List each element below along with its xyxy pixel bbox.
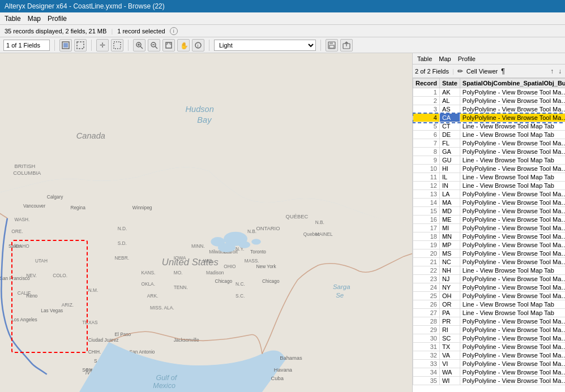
menu-map[interactable]: Map bbox=[28, 15, 41, 23]
svg-text:Vancouver: Vancouver bbox=[23, 203, 45, 209]
cell-record: 12 bbox=[413, 182, 440, 190]
table-row[interactable]: 35WIPolyPolyline - View Browse Tool Map … bbox=[413, 377, 566, 385]
cell-data: Line - View Browse Tool Map Tab bbox=[460, 300, 565, 309]
table-row[interactable]: 19MPPolyPolyline - View Browse Tool Map … bbox=[413, 241, 566, 249]
table-row[interactable]: 5CTLine - View Browse Tool Map Tab bbox=[413, 122, 566, 131]
right-menu-table[interactable]: Table bbox=[417, 55, 432, 62]
table-row[interactable]: 31TXPolyPolyline - View Browse Tool Map … bbox=[413, 343, 566, 351]
svg-text:MASS.: MASS. bbox=[245, 258, 259, 264]
table-row[interactable]: 7FLPolyPolyline - View Browse Tool Map T… bbox=[413, 139, 566, 148]
table-row[interactable]: 28PRPolyPolyline - View Browse Tool Map … bbox=[413, 317, 566, 326]
up-arrow-button[interactable]: ↑ bbox=[549, 67, 555, 75]
table-row[interactable]: 30SCPolyPolyline - View Browse Tool Map … bbox=[413, 334, 566, 343]
svg-text:MO.: MO. bbox=[174, 270, 183, 275]
cell-data: PolyPolyline - View Browse Tool Map Tab bbox=[460, 216, 565, 224]
table-row[interactable]: 32VAPolyPolyline - View Browse Tool Map … bbox=[413, 351, 566, 360]
cell-state: AK bbox=[439, 88, 460, 97]
col-header-data[interactable]: SpatialObjCombine_SpatialObj_Built bbox=[460, 79, 565, 88]
table-row[interactable]: 8GAPolyPolyline - View Browse Tool Map T… bbox=[413, 148, 566, 156]
fields-display[interactable]: 1 of 1 Fields bbox=[3, 40, 50, 51]
table-row[interactable]: 3ASPolyPolyline - View Browse Tool Map T… bbox=[413, 105, 566, 114]
map-svg: BRITISH COLUMBIA ALBERTA SASKATCHEWAN MA… bbox=[0, 53, 412, 392]
info-tool-button[interactable]: i bbox=[192, 39, 204, 51]
table-row[interactable]: 25OHPolyPolyline - View Browse Tool Map … bbox=[413, 292, 566, 300]
table-row[interactable]: 9GULine - View Browse Tool Map Tab bbox=[413, 156, 566, 165]
cell-data: PolyPolyline - View Browse Tool Map Tab bbox=[460, 377, 565, 385]
cell-record: 3 bbox=[413, 105, 440, 114]
table-row[interactable]: 6DELine - View Browse Tool Map Tab bbox=[413, 131, 566, 139]
cell-data: PolyPolyline - View Browse Tool Map Tab bbox=[460, 114, 565, 122]
menu-profile[interactable]: Profile bbox=[48, 15, 67, 23]
para-icon[interactable]: ¶ bbox=[501, 67, 504, 75]
cell-record: 15 bbox=[413, 207, 440, 216]
cell-state: NJ bbox=[439, 275, 460, 283]
col-header-record[interactable]: Record bbox=[413, 79, 440, 88]
table-row[interactable]: 17MIPolyPolyline - View Browse Tool Map … bbox=[413, 224, 566, 232]
table-row[interactable]: 13LAPolyPolyline - View Browse Tool Map … bbox=[413, 190, 566, 199]
zoom-fit-button[interactable] bbox=[162, 39, 175, 51]
svg-text:Hudson: Hudson bbox=[186, 105, 214, 114]
table-row[interactable]: 29RIPolyPolyline - View Browse Tool Map … bbox=[413, 326, 566, 334]
records-info: 35 records displayed, 2 fields, 21 MB bbox=[5, 28, 106, 35]
svg-text:Ciudad Juarez: Ciudad Juarez bbox=[88, 337, 119, 343]
table-row[interactable]: 22NHLine - View Browse Tool Map Tab bbox=[413, 266, 566, 275]
table-row[interactable]: 20MSPolyPolyline - View Browse Tool Map … bbox=[413, 249, 566, 258]
table-row[interactable]: 11ILLine - View Browse Tool Map Tab bbox=[413, 173, 566, 182]
svg-text:Salem: Salem bbox=[8, 243, 22, 249]
save-button[interactable] bbox=[326, 39, 338, 51]
zoom-out-button[interactable] bbox=[148, 39, 160, 51]
edit-icon[interactable]: ✏ bbox=[457, 67, 463, 75]
table-row[interactable]: 21NCPolyPolyline - View Browse Tool Map … bbox=[413, 258, 566, 266]
table-row[interactable]: 24NYPolyPolyline - View Browse Tool Map … bbox=[413, 283, 566, 292]
cell-record: 34 bbox=[413, 368, 440, 377]
table-row[interactable]: 4CAPolyPolyline - View Browse Tool Map T… bbox=[413, 114, 566, 122]
zoom-in-button[interactable] bbox=[133, 39, 145, 51]
cell-state: ME bbox=[439, 216, 460, 224]
export-button[interactable] bbox=[340, 39, 353, 51]
svg-text:Bay: Bay bbox=[197, 115, 212, 124]
cell-record: 25 bbox=[413, 292, 440, 300]
info-icon[interactable]: i bbox=[170, 27, 178, 35]
cell-state: AS bbox=[439, 105, 460, 114]
table-row[interactable]: 10HIPolyPolyline - View Browse Tool Map … bbox=[413, 165, 566, 173]
select-all-button[interactable] bbox=[59, 39, 72, 51]
table-row[interactable]: 14MAPolyPolyline - View Browse Tool Map … bbox=[413, 199, 566, 207]
table-row[interactable]: 33VIPolyPolyline - View Browse Tool Map … bbox=[413, 360, 566, 368]
table-row[interactable]: 1AKPolyPolyline - View Browse Tool Map T… bbox=[413, 88, 566, 97]
svg-text:Toronto: Toronto bbox=[250, 249, 266, 255]
deselect-button[interactable] bbox=[74, 39, 87, 51]
cell-state: MS bbox=[439, 249, 460, 258]
col-header-state[interactable]: State bbox=[439, 79, 460, 88]
svg-text:KANS.: KANS. bbox=[141, 270, 155, 275]
right-panel-toolbar: 2 of 2 Fields | ✏ Cell Viewer ¶ ↑ ↓ bbox=[413, 64, 565, 78]
data-table[interactable]: Record State SpatialObjCombine_SpatialOb… bbox=[413, 78, 565, 392]
move-button[interactable]: ✛ bbox=[96, 39, 109, 51]
pan-button[interactable]: ✋ bbox=[177, 39, 190, 51]
svg-text:Los Angeles: Los Angeles bbox=[11, 317, 37, 322]
cell-state: IN bbox=[439, 182, 460, 190]
cell-state: VA bbox=[439, 351, 460, 360]
table-row[interactable]: 23NJPolyPolyline - View Browse Tool Map … bbox=[413, 275, 566, 283]
menu-table[interactable]: Table bbox=[5, 15, 21, 23]
map-area[interactable]: BRITISH COLUMBIA ALBERTA SASKATCHEWAN MA… bbox=[0, 53, 412, 392]
right-menu-profile[interactable]: Profile bbox=[458, 55, 476, 62]
down-arrow-button[interactable]: ↓ bbox=[557, 67, 563, 75]
table-row[interactable]: 34WAPolyPolyline - View Browse Tool Map … bbox=[413, 368, 566, 377]
lasso-button[interactable] bbox=[111, 39, 123, 51]
table-row[interactable]: 16MEPolyPolyline - View Browse Tool Map … bbox=[413, 216, 566, 224]
cell-state: OH bbox=[439, 292, 460, 300]
main-content: BRITISH COLUMBIA ALBERTA SASKATCHEWAN MA… bbox=[0, 53, 565, 392]
right-menu-map[interactable]: Map bbox=[439, 55, 451, 62]
svg-text:Las Vegas: Las Vegas bbox=[41, 308, 63, 313]
table-row[interactable]: 26ORLine - View Browse Tool Map Tab bbox=[413, 300, 566, 309]
cell-data: PolyPolyline - View Browse Tool Map Tab bbox=[460, 165, 565, 173]
title-text: Alteryx Designer x64 - CoastLine.yxmd - … bbox=[5, 2, 165, 10]
table-row[interactable]: 2ALPolyPolyline - View Browse Tool Map T… bbox=[413, 97, 566, 105]
svg-rect-4 bbox=[114, 42, 121, 49]
table-row[interactable]: 12INLine - View Browse Tool Map Tab bbox=[413, 182, 566, 190]
basemap-select[interactable]: Light Dark Street Satellite Topographic bbox=[214, 40, 316, 51]
table-row[interactable]: 27PALine - View Browse Tool Map Tab bbox=[413, 309, 566, 317]
table-row[interactable]: 18MNPolyPolyline - View Browse Tool Map … bbox=[413, 232, 566, 241]
table-row[interactable]: 15MDPolyPolyline - View Browse Tool Map … bbox=[413, 207, 566, 216]
svg-text:MINN.: MINN. bbox=[191, 243, 205, 249]
